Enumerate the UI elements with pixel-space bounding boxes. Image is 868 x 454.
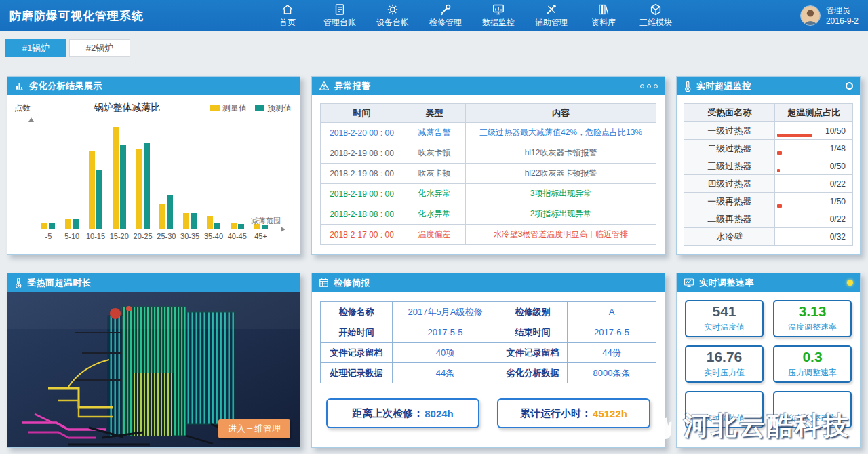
legend-swatch xyxy=(210,105,220,111)
enter-3d-management-button[interactable]: 进入三维管理 xyxy=(218,419,290,438)
three-dots-icon[interactable] xyxy=(640,84,658,88)
ring-indicator-icon[interactable] xyxy=(846,82,853,90)
total-running-hours-button[interactable]: 累计运行小时：45122h xyxy=(497,398,650,428)
overtemp-ratio-cell: 1/48 xyxy=(775,140,853,157)
surface-name: 一级过热器 xyxy=(684,122,775,140)
yellow-dot-indicator-icon[interactable] xyxy=(847,280,853,286)
maintenance-value: 2017-6-5 xyxy=(568,322,656,343)
x-tick-label: 35-40 xyxy=(204,232,223,240)
alarm-type: 吹灰卡顿 xyxy=(403,164,466,184)
legend-item: 预测值 xyxy=(255,102,292,114)
alarm-type: 减薄告警 xyxy=(403,123,466,143)
ratio-text: 0/32 xyxy=(830,232,846,242)
alarm-table-area: 时间 类型 内容 2018-2-20 00 : 00减薄告警三级过热器最大减薄值… xyxy=(312,95,665,254)
overtemp-row[interactable]: 二级过热器1/48 xyxy=(684,140,853,157)
library-icon xyxy=(597,3,610,16)
rate-card: 负荷调整速率 xyxy=(773,391,852,428)
panel-header: 检修简报 xyxy=(312,273,665,292)
monitor-chart-icon xyxy=(684,278,694,288)
nav-label: 首页 xyxy=(279,17,296,29)
overtemp-ratio-cell: 0/22 xyxy=(775,210,853,228)
column-ratio: 超温测点占比 xyxy=(775,104,853,122)
surface-name: 二级再热器 xyxy=(684,210,775,228)
nav-item-aux[interactable]: 辅助管理 xyxy=(535,3,568,29)
overtemp-row[interactable]: 水冷壁0/32 xyxy=(684,228,853,246)
alarm-row[interactable]: 2018-2-19 00 : 00化水异常3项指标出现异常 xyxy=(321,184,656,204)
rate-label: 实时压力值 xyxy=(704,367,745,379)
overtemp-ratio-cell: 0/22 xyxy=(775,175,853,193)
alarm-content: hl22吹灰器卡顿报警 xyxy=(466,164,656,184)
tab-boiler-2[interactable]: #2锅炉 xyxy=(69,39,130,57)
bar-group: 15-20 xyxy=(107,121,131,229)
overtemp-row[interactable]: 一级再热器1/50 xyxy=(684,193,853,210)
panel-header: 劣化分析结果展示 xyxy=(7,77,300,95)
chart-bar xyxy=(113,127,119,229)
alarm-content: 3项指标出现异常 xyxy=(466,184,656,204)
overtemp-ratio-cell: 1/50 xyxy=(775,193,853,210)
x-tick-label: 15-20 xyxy=(110,232,129,240)
nav-item-monitor[interactable]: 数据监控 xyxy=(482,3,515,29)
nav-item-ledger[interactable]: 管理台账 xyxy=(323,3,356,29)
overtemp-row[interactable]: 三级过热器0/50 xyxy=(684,157,853,175)
panel-title: 实时调整速率 xyxy=(699,277,754,289)
chart-bar xyxy=(167,195,173,229)
column-time: 时间 xyxy=(321,104,403,123)
surface-name: 水冷壁 xyxy=(684,228,775,246)
distance-last-maintenance-button[interactable]: 距离上次检修：8024h xyxy=(326,398,479,428)
boiler-3d-viewport[interactable]: 进入三维管理 xyxy=(7,292,300,447)
chart-bar xyxy=(49,223,55,229)
nav-item-library[interactable]: 资料库 xyxy=(588,3,619,29)
overtemp-row[interactable]: 一级过热器10/50 xyxy=(684,122,853,140)
x-tick-label: 30-35 xyxy=(180,232,199,240)
alarm-row[interactable]: 2018-2-20 00 : 00减薄告警三级过热器最大减薄值42%，危险点占比… xyxy=(321,123,656,143)
maintenance-area: 检修名称2017年5月A级检修检修级别A开始时间2017-5-5结束时间2017… xyxy=(312,292,665,447)
maintenance-label: 结束时间 xyxy=(498,322,568,343)
user-area[interactable]: 管理员 2016-9-2 xyxy=(800,5,859,26)
rate-card: 实时负荷值 xyxy=(685,391,764,428)
bar-group: 20-25 xyxy=(131,121,155,229)
alarm-content: hl12吹灰器卡顿报警 xyxy=(466,143,656,164)
ratio-bar xyxy=(777,169,779,172)
overtemp-header-row: 受热面名称 超温测点占比 xyxy=(684,104,853,122)
maintenance-value: 44份 xyxy=(568,343,656,363)
overtemp-table: 受热面名称 超温测点占比 一级过热器10/50二级过热器1/48三级过热器0/5… xyxy=(684,103,853,246)
warning-icon xyxy=(319,81,330,91)
panel-overtemp-monitoring: 实时超温监控 受热面名称 超温测点占比 一级过热器10/50二级过热器1/48三… xyxy=(676,76,861,255)
main-nav: 首页管理台账设备台帐检修管理数据监控辅助管理资料库三维模块 xyxy=(272,3,672,29)
rate-value: 541 xyxy=(712,304,736,319)
overtemp-row[interactable]: 四级过热器0/22 xyxy=(684,175,853,193)
thermometer-icon xyxy=(684,81,692,92)
nav-label: 管理台账 xyxy=(323,17,356,29)
app-title: 防磨防爆可视化管理系统 xyxy=(9,8,144,24)
maintenance-label: 处理记录数据 xyxy=(321,363,393,383)
alarm-time: 2018-2-17 00 : 00 xyxy=(321,225,403,245)
alarm-row[interactable]: 2018-2-19 08 : 00吹灰卡顿hl12吹灰器卡顿报警 xyxy=(321,143,656,164)
user-meta: 管理员 2016-9-2 xyxy=(826,5,859,26)
overtemp-ratio-cell: 0/50 xyxy=(775,157,853,175)
alarm-row[interactable]: 2018-2-18 08 : 00化水异常2项指标出现异常 xyxy=(321,204,656,225)
maintenance-buttons-row: 距离上次检修：8024h累计运行小时：45122h xyxy=(320,398,656,428)
chart-bar xyxy=(120,145,126,229)
panel-title: 实时超温监控 xyxy=(696,80,751,92)
overtemp-table-area: 受热面名称 超温测点占比 一级过热器10/50二级过热器1/48三级过热器0/5… xyxy=(677,95,860,254)
nav-item-maintenance[interactable]: 检修管理 xyxy=(429,3,462,29)
chart-bar xyxy=(73,219,79,229)
nav-item-cube[interactable]: 三维模块 xyxy=(639,3,672,29)
tab-boiler-1[interactable]: #1锅炉 xyxy=(5,39,66,57)
nav-label: 数据监控 xyxy=(482,17,515,29)
maintenance-label: 检修名称 xyxy=(321,302,393,322)
user-avatar xyxy=(800,5,821,26)
overtemp-row[interactable]: 二级再热器0/22 xyxy=(684,210,853,228)
bar-chart: -55-1010-1515-2020-2525-3030-3535-4040-4… xyxy=(31,121,282,229)
maintenance-row: 处理记录数据44条劣化分析数据8000条条 xyxy=(321,363,656,383)
maintenance-label: 检修级别 xyxy=(498,302,568,322)
chart-bar xyxy=(65,219,71,229)
panel-header: 受热面超温时长 xyxy=(7,273,300,292)
nav-item-home[interactable]: 首页 xyxy=(272,3,303,29)
alarm-row[interactable]: 2018-2-17 00 : 00温度偏差水冷壁3根管道温度明显高于临近管排 xyxy=(321,225,656,245)
x-tick-label: 5-10 xyxy=(64,232,79,240)
bar-group: 40-45 xyxy=(225,121,249,229)
alarm-row[interactable]: 2018-2-19 08 : 00吹灰卡顿hl22吹灰器卡顿报警 xyxy=(321,164,656,184)
nav-item-equipment[interactable]: 设备台帐 xyxy=(376,3,409,29)
panel-adjust-rate: 实时调整速率 541实时温度值3.13温度调整速率16.76实时压力值0.3压力… xyxy=(676,273,861,448)
